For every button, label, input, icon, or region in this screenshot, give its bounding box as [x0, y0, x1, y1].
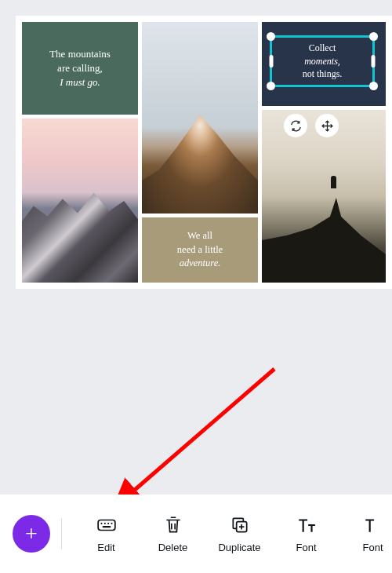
- edit-button[interactable]: Edit: [73, 515, 140, 553]
- tool-label: Edit: [97, 542, 114, 553]
- resize-handle-mid-left[interactable]: [270, 55, 274, 68]
- text-line: are calling,: [49, 61, 111, 75]
- move-icon: [321, 119, 334, 133]
- move-button[interactable]: [315, 114, 339, 137]
- text-tile-adventure[interactable]: We all need a little adventure.: [142, 217, 258, 283]
- photo-tile-sunlit-peak[interactable]: [142, 22, 258, 214]
- tool-label: Duplicate: [218, 542, 260, 553]
- resize-handle-bottom-right[interactable]: [369, 82, 378, 90]
- svg-line-0: [129, 369, 274, 495]
- text-line-italic: moments,: [303, 55, 343, 68]
- text-line: need a little: [177, 243, 223, 257]
- duplicate-button[interactable]: Duplicate: [206, 515, 273, 553]
- text-content: The mountains are calling, I must go.: [49, 47, 111, 90]
- text-line: not things.: [303, 68, 343, 81]
- font-icon: [363, 515, 383, 535]
- bottom-toolbar: + Edit Delete: [0, 495, 392, 573]
- duplicate-icon: [230, 515, 250, 535]
- resize-handle-mid-right[interactable]: [372, 55, 376, 68]
- text-line: Collect: [303, 42, 343, 55]
- plus-icon: +: [25, 523, 38, 545]
- text-line-italic: I must go.: [49, 75, 111, 89]
- trash-icon: [163, 515, 183, 535]
- resize-handle-top-left[interactable]: [267, 32, 275, 41]
- floating-controls: [284, 114, 339, 137]
- tool-label: Delete: [158, 542, 188, 553]
- text-content: Collect moments, not things.: [303, 42, 343, 81]
- rotate-button[interactable]: [284, 114, 307, 137]
- delete-button[interactable]: Delete: [140, 515, 206, 553]
- font-button[interactable]: Font: [273, 515, 339, 553]
- text-tile-mountains[interactable]: The mountains are calling, I must go.: [22, 22, 138, 115]
- annotation-arrow: [118, 361, 282, 510]
- keyboard-icon: [96, 515, 117, 535]
- svg-rect-1: [98, 520, 115, 530]
- font-style-button[interactable]: Font: [339, 515, 392, 553]
- text-content: We all need a little adventure.: [177, 229, 223, 271]
- text-line: The mountains: [49, 47, 111, 61]
- rotate-icon: [289, 119, 303, 133]
- font-size-icon: [296, 515, 317, 535]
- design-canvas[interactable]: The mountains are calling, I must go. We…: [16, 16, 392, 289]
- resize-handle-top-right[interactable]: [369, 32, 378, 41]
- toolbar-divider: [61, 518, 62, 549]
- tool-label: Font: [296, 542, 316, 553]
- resize-handle-bottom-left[interactable]: [267, 82, 275, 90]
- toolbar-items: Edit Delete Duplicate Font: [73, 515, 392, 553]
- text-line-italic: adventure.: [177, 257, 223, 271]
- add-button[interactable]: +: [13, 515, 50, 553]
- text-line: We all: [177, 229, 223, 243]
- photo-tile-snowy-mountain[interactable]: [22, 119, 138, 283]
- selection-box[interactable]: Collect moments, not things.: [270, 35, 375, 87]
- tool-label: Font: [362, 542, 383, 553]
